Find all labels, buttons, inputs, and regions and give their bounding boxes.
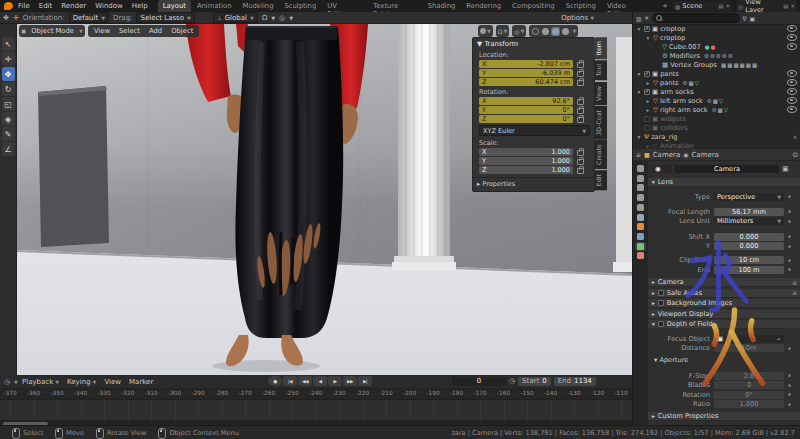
sidebar-tab-create[interactable]: Create (594, 140, 607, 169)
section-checkbox[interactable] (658, 300, 664, 306)
presets-icon[interactable]: ≡ (792, 289, 797, 296)
visibility-eye-icon[interactable] (787, 79, 797, 86)
prev-keyframe-button[interactable]: ◀◀ (298, 376, 312, 386)
visibility-eye-icon[interactable] (787, 106, 797, 113)
workspace-tab-rendering[interactable]: Rendering (461, 0, 506, 12)
lock-icon[interactable] (577, 71, 584, 77)
animate-dot-icon[interactable] (788, 235, 791, 238)
outliner-row-pants[interactable]: ▸▽pants⚙▦▽ (633, 78, 800, 87)
frame-start-field[interactable]: Start0 (518, 377, 551, 386)
menu-help[interactable]: Help (132, 2, 148, 10)
lock-icon[interactable] (577, 80, 584, 86)
editor-type-icon[interactable]: ≡ (636, 151, 641, 158)
mesh-data-icon[interactable]: ▽ (724, 107, 728, 113)
prop-field-blades[interactable]: 0 (714, 381, 784, 389)
tweak-select-tool-button[interactable]: ↖ (2, 37, 15, 51)
section-header-depth-of-field[interactable]: ▾Depth of Field (648, 320, 800, 329)
use-preview-range-icon[interactable]: ◷ (509, 377, 515, 385)
location-y-field[interactable]: Y-6.039 m (479, 69, 573, 77)
rotation-x-field[interactable]: X92.6° (479, 97, 573, 105)
outliner-row-colliders[interactable]: ▣colliders (633, 123, 800, 132)
material-red-icon[interactable]: ● (711, 44, 716, 50)
animate-dot-icon[interactable] (788, 259, 791, 262)
visibility-eye-icon[interactable] (787, 25, 797, 32)
timeline-menu-playback[interactable]: Playback▼ (22, 378, 59, 386)
measure-tool-button[interactable]: ∠ (2, 142, 15, 156)
section-header-lens[interactable]: ▾Lens (648, 178, 800, 187)
eyedropper-icon[interactable]: ✒ (777, 336, 781, 342)
snap-magnet-icon[interactable]: Ω (262, 14, 267, 22)
transform-panel-header[interactable]: ▼ Transform (473, 38, 594, 50)
menu-render[interactable]: Render (61, 2, 86, 10)
outliner-row-croptop[interactable]: ▾▣croptop (633, 24, 800, 33)
vertex-group-icon[interactable]: ▦ (688, 80, 693, 86)
proportional-falloff-icon[interactable]: ▼ (289, 15, 293, 21)
visibility-eye-icon[interactable] (787, 70, 797, 77)
animate-dot-icon[interactable] (788, 393, 791, 396)
workspace-tab-layout[interactable]: Layout (158, 0, 191, 12)
properties-tab-output[interactable] (635, 183, 646, 192)
scene-selector[interactable]: ◍ Scene ▤ ✕ (673, 1, 732, 11)
datablock-type-dropdown[interactable]: ◉ (652, 165, 672, 173)
transform-tool-button[interactable]: ◈ (2, 112, 15, 126)
animate-dot-icon[interactable] (788, 403, 791, 406)
viewport-menu-view[interactable]: View (90, 27, 114, 35)
prop-field-type[interactable]: Perspective▼ (714, 193, 784, 201)
animate-dot-icon[interactable] (788, 195, 791, 198)
prop-field-focal-length[interactable]: 56.17 mm (714, 208, 784, 216)
scale-y-field[interactable]: Y1.000 (479, 157, 573, 165)
options-button[interactable]: Options▼ (561, 14, 594, 22)
disclosure-icon[interactable]: ▸ (645, 80, 651, 86)
new-view-layer-icon[interactable]: ▤ (783, 3, 788, 9)
section-header-camera[interactable]: ▸Camera≡ (648, 278, 800, 287)
workspace-tab-animation[interactable]: Animation (192, 0, 237, 12)
tool-options-icon[interactable]: ✛ (13, 14, 19, 22)
jump-to-end-button[interactable]: ▶| (358, 376, 372, 386)
outliner-row-zara-rig[interactable]: ▾Ψzara_rig∨ (633, 132, 800, 141)
vertex-group-icon[interactable]: ▦ (727, 62, 732, 68)
workspace-tab-scripting[interactable]: Scripting (561, 0, 601, 12)
modifier-icon[interactable]: ⚙ (722, 53, 727, 59)
disclosure-icon[interactable]: ▾ (636, 26, 642, 32)
prop-field-shift-x[interactable]: 0.000 (714, 233, 784, 241)
timeline-menu-marker[interactable]: Marker (129, 378, 153, 386)
workspace-tab-texture-paint[interactable]: Texture Paint (368, 0, 421, 12)
workspace-tab-uv-editing[interactable]: UV Editing (322, 0, 367, 12)
collection-checkbox[interactable] (644, 116, 650, 122)
rendered-shading-button[interactable] (561, 27, 570, 36)
rotation-y-field[interactable]: Y0° (479, 106, 573, 114)
section-header-safe-areas[interactable]: ▸Safe Areas≡ (648, 289, 800, 298)
mesh-data-icon[interactable]: ▽ (695, 80, 699, 86)
cursor-tool-button[interactable]: ✛ (2, 52, 15, 66)
timeline-ruler[interactable]: -370-360-350-340-330-320-310-300-290-280… (0, 389, 632, 400)
focus-object-field[interactable]: ▣✒ (714, 335, 784, 343)
collection-checkbox[interactable] (644, 71, 650, 77)
viewport-menu-select[interactable]: Select (115, 27, 144, 35)
modifier-icon[interactable]: ⚙ (710, 53, 715, 59)
section-header-custom-properties[interactable]: ▸Custom Properties (648, 412, 800, 421)
animate-dot-icon[interactable] (788, 220, 791, 223)
outliner-row-modifiers[interactable]: ⚙Modifiers⚙⚙⚙⚙⚙ (633, 51, 800, 60)
vertex-group-icon[interactable]: ▦ (713, 98, 718, 104)
menu-window[interactable]: Window (95, 2, 123, 10)
lock-icon[interactable] (577, 117, 584, 123)
prop-field-clip-start[interactable]: 10 cm (714, 256, 784, 264)
animate-dot-icon[interactable] (788, 374, 791, 377)
mode-dropdown[interactable]: ▣ Object Mode ▼ (19, 25, 85, 37)
prop-field-y[interactable]: 0.000 (714, 242, 784, 250)
properties-tab-physics[interactable] (635, 251, 646, 260)
outliner-row-right-arm-sock[interactable]: ▸▽right arm sock⚙▦▽ (633, 105, 800, 114)
workspace-tab-video-editing[interactable]: Video Editing (602, 0, 656, 12)
rotate-tool-button[interactable]: ↻ (2, 82, 15, 96)
disclosure-icon[interactable]: ▾ (636, 89, 642, 95)
play-button[interactable]: ▶ (328, 376, 342, 386)
wireframe-shading-button[interactable] (531, 27, 540, 36)
aperture-subpanel-header[interactable]: ▾ Aperture (654, 356, 688, 364)
location-z-field[interactable]: Z60.474 cm (479, 78, 573, 86)
scale-tool-button[interactable]: ◱ (2, 97, 15, 111)
wrench-icon[interactable]: ⚙ (682, 80, 687, 86)
viewport-3d[interactable]: ▣ Object Mode ▼ ViewSelectAddObject ▼ Ω▼… (0, 24, 632, 375)
outliner-row-left-arm-sock[interactable]: ▸▽left arm sock⚙▦▽ (633, 96, 800, 105)
lock-icon[interactable] (577, 62, 584, 68)
modifier-icon[interactable]: ⚙ (728, 53, 733, 59)
